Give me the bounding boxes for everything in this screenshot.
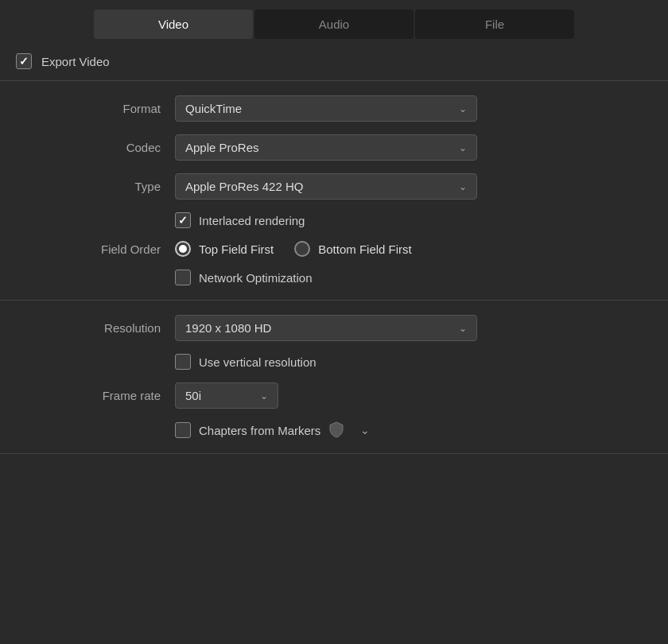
- field-order-row: Field Order Top Field First Bottom Field…: [16, 241, 652, 257]
- format-row: Format QuickTime ⌄: [16, 95, 652, 122]
- chapters-label: Chapters from Markers: [199, 424, 320, 437]
- video-settings-block: Format QuickTime ⌄ Codec Apple ProRes ⌄ …: [0, 81, 668, 300]
- interlaced-checkbox-group: ✓ Interlaced rendering: [175, 212, 305, 228]
- frame-rate-label: Frame rate: [16, 389, 175, 402]
- type-dropdown-arrow: ⌄: [459, 181, 467, 192]
- interlaced-checkmark: ✓: [178, 215, 188, 226]
- codec-dropdown[interactable]: Apple ProRes ⌄: [175, 134, 477, 161]
- codec-value: Apple ProRes: [185, 141, 259, 154]
- radio-top-dot: [179, 245, 187, 253]
- codec-row: Codec Apple ProRes ⌄: [16, 134, 652, 161]
- resolution-row: Resolution 1920 x 1080 HD ⌄: [16, 315, 652, 341]
- format-value: QuickTime: [185, 102, 242, 115]
- resolution-dropdown[interactable]: 1920 x 1080 HD ⌄: [175, 315, 477, 341]
- vertical-res-row: Use vertical resolution: [16, 354, 652, 370]
- tab-bar: Video Audio File: [0, 0, 668, 39]
- tab-video[interactable]: Video: [94, 10, 253, 39]
- tab-audio[interactable]: Audio: [254, 10, 414, 39]
- bottom-field-first-label: Bottom Field First: [318, 242, 412, 256]
- shield-icon: [328, 421, 344, 439]
- type-row: Type Apple ProRes 422 HQ ⌄: [16, 173, 652, 200]
- tab-file[interactable]: File: [415, 10, 574, 39]
- top-field-first-label: Top Field First: [199, 242, 274, 256]
- vertical-res-label: Use vertical resolution: [199, 355, 317, 369]
- frame-rate-row: Frame rate 50i ⌄: [16, 382, 652, 409]
- vertical-res-checkbox-group: Use vertical resolution: [175, 354, 317, 370]
- chapters-checkbox-group: Chapters from Markers ⌄: [175, 421, 370, 439]
- section-divider-2: [0, 453, 668, 454]
- export-video-section: ✓ Export Video: [0, 39, 668, 81]
- frame-rate-dropdown[interactable]: 50i ⌄: [175, 382, 278, 409]
- export-video-checkmark: ✓: [19, 56, 29, 67]
- radio-top-field-first[interactable]: [175, 241, 191, 257]
- network-opt-row: Network Optimization: [16, 270, 652, 285]
- resolution-value: 1920 x 1080 HD: [185, 321, 271, 335]
- frame-rate-value: 50i: [185, 389, 201, 402]
- chapters-checkbox[interactable]: [175, 422, 191, 438]
- resolution-dropdown-arrow: ⌄: [459, 323, 467, 334]
- interlaced-label: Interlaced rendering: [199, 214, 305, 227]
- vertical-res-checkbox[interactable]: [175, 354, 191, 370]
- field-order-label: Field Order: [16, 242, 175, 256]
- type-value: Apple ProRes 422 HQ: [185, 180, 303, 193]
- export-video-label: Export Video: [41, 55, 110, 68]
- chapters-row: Chapters from Markers ⌄: [16, 421, 652, 439]
- field-order-radio-group: Top Field First Bottom Field First: [175, 241, 412, 257]
- network-opt-checkbox-group: Network Optimization: [175, 270, 313, 285]
- radio-bottom-field-first[interactable]: [294, 241, 310, 257]
- format-dropdown[interactable]: QuickTime ⌄: [175, 95, 477, 122]
- format-label: Format: [16, 102, 175, 115]
- interlaced-row: ✓ Interlaced rendering: [16, 212, 652, 228]
- codec-label: Codec: [16, 141, 175, 154]
- network-opt-checkbox[interactable]: [175, 270, 191, 285]
- network-opt-label: Network Optimization: [199, 271, 313, 285]
- codec-dropdown-arrow: ⌄: [459, 142, 467, 153]
- frame-rate-dropdown-arrow: ⌄: [260, 390, 268, 402]
- interlaced-checkbox[interactable]: ✓: [175, 212, 191, 228]
- resolution-settings-block: Resolution 1920 x 1080 HD ⌄ Use vertical…: [0, 301, 668, 453]
- type-label: Type: [16, 180, 175, 193]
- format-dropdown-arrow: ⌄: [459, 103, 467, 114]
- type-dropdown[interactable]: Apple ProRes 422 HQ ⌄: [175, 173, 477, 200]
- chapters-dropdown-arrow[interactable]: ⌄: [360, 424, 370, 436]
- resolution-label: Resolution: [16, 321, 175, 335]
- export-video-checkbox[interactable]: ✓: [16, 53, 32, 69]
